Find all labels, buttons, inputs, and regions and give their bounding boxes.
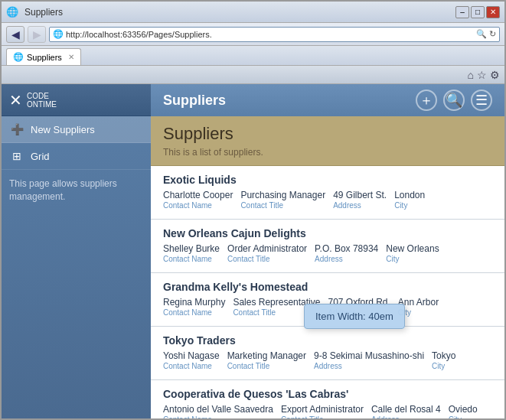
field-city-1: New Orleans City [386,243,439,263]
field-contact-title-3: Marketing Manager Contact Title [227,350,306,370]
url-text: http://localhost:63356/Pages/Suppliers. [66,30,474,39]
address-value-3: 9-8 Sekimai Musashino-shi [314,350,424,361]
content-area: Suppliers This is a list of suppliers. E… [151,116,504,418]
contact-name-value-1: Shelley Burke [163,243,220,254]
active-tab[interactable]: 🌐 Suppliers ✕ [6,48,81,65]
address-label-0: Address [333,201,387,210]
main-page-title: Suppliers [163,93,226,109]
maximize-button[interactable]: □ [471,6,485,18]
contact-title-value-4: Export Administrator [281,404,364,415]
field-city-0: London City [394,190,425,210]
sidebar-grid-label: Grid [31,151,50,162]
city-value-4: Oviedo [449,404,478,415]
settings-icon[interactable]: ⚙ [490,69,500,81]
refresh-button[interactable]: ↻ [489,29,496,39]
sidebar-header: ✕ CODE ONTIME [2,84,151,116]
field-contact-title-1: Order Administrator Contact Title [227,243,307,263]
sidebar-item-grid[interactable]: ⊞ Grid [2,143,151,170]
contact-title-label-0: Contact Title [240,201,325,210]
minimize-button[interactable]: – [455,6,469,18]
city-label-4: City [449,415,478,418]
contact-title-label-1: Contact Title [227,255,307,263]
contact-title-value-1: Order Administrator [227,243,307,254]
browser-toolbar: ⌂ ☆ ⚙ [2,66,504,84]
supplier-item-4: Cooperativa de Quesos 'Las Cabras' Anton… [151,380,504,418]
field-contact-name-2: Regina Murphy Contact Name [163,297,225,317]
field-contact-title-0: Purchasing Manager Contact Title [240,190,325,210]
city-label-0: City [394,201,425,210]
url-favicon: 🌐 [53,29,64,39]
supplier-item-1: New Orleans Cajun Delights Shelley Burke… [151,220,504,273]
grid-icon: ⊞ [9,150,24,162]
logo: CODE ONTIME [27,92,57,109]
supplier-name-4: Cooperativa de Quesos 'Las Cabras' [163,388,492,400]
item-width-tooltip: Item Width: 40em [304,304,405,329]
url-search-icon[interactable]: 🔍 [476,29,487,39]
suppliers-header: Suppliers This is a list of suppliers. [151,116,504,166]
supplier-fields-0: Charlotte Cooper Contact Name Purchasing… [163,190,492,210]
field-city-4: Oviedo City [449,404,478,418]
tab-bar: 🌐 Suppliers ✕ [2,46,504,66]
supplier-name-2: Grandma Kelly's Homestead [163,281,492,293]
browser-window: 🌐 Suppliers – □ ✕ ◀ ▶ 🌐 http://localhost… [0,0,506,420]
browser-title: Suppliers [24,7,63,18]
field-contact-name-0: Charlotte Cooper Contact Name [163,190,233,210]
supplier-item-0: Exotic Liquids Charlotte Cooper Contact … [151,166,504,220]
contact-name-label-4: Contact Name [163,415,273,418]
contact-title-value-3: Marketing Manager [227,350,306,361]
tab-label: Suppliers [27,53,62,62]
title-bar: 🌐 Suppliers – □ ✕ [2,2,504,23]
close-button[interactable]: ✕ [486,6,500,18]
field-city-3: Tokyo City [432,350,455,370]
address-label-1: Address [315,255,378,263]
field-contact-name-3: Yoshi Nagase Contact Name [163,350,220,370]
back-button[interactable]: ◀ [6,26,24,43]
address-label-4: Address [371,415,441,418]
supplier-name-1: New Orleans Cajun Delights [163,227,492,239]
menu-tool-button[interactable]: ☰ [471,90,492,111]
contact-name-value-0: Charlotte Cooper [163,190,233,200]
new-suppliers-icon: ➕ [9,123,24,135]
logo-icon: ✕ [9,91,22,109]
sidebar-item-new-suppliers[interactable]: ➕ New Suppliers [2,116,151,143]
search-tool-button[interactable]: 🔍 [443,90,465,111]
supplier-fields-4: Antonio del Valle Saavedra Contact Name … [163,404,492,418]
sidebar-new-suppliers-label: New Suppliers [31,124,95,135]
forward-button[interactable]: ▶ [28,26,46,43]
supplier-item-3: Tokyo Traders Yoshi Nagase Contact Name … [151,327,504,380]
supplier-name-0: Exotic Liquids [163,174,492,186]
add-tool-button[interactable]: ＋ [416,90,437,111]
sidebar-description: This page allows suppliers management. [2,170,151,211]
url-bar[interactable]: 🌐 http://localhost:63356/Pages/Suppliers… [49,27,500,42]
favorites-icon[interactable]: ☆ [477,69,487,81]
address-value-0: 49 Gilbert St. [333,190,387,200]
sidebar: ✕ CODE ONTIME ➕ New Suppliers ⊞ Grid Thi… [2,84,151,418]
field-address-0: 49 Gilbert St. Address [333,190,387,210]
contact-name-label-2: Contact Name [163,308,225,317]
home-icon[interactable]: ⌂ [468,69,474,81]
address-bar: ◀ ▶ 🌐 http://localhost:63356/Pages/Suppl… [2,23,504,46]
content-scroll[interactable]: Suppliers This is a list of suppliers. E… [151,116,504,418]
app-layout: ✕ CODE ONTIME ➕ New Suppliers ⊞ Grid Thi… [2,84,504,418]
field-contact-name-4: Antonio del Valle Saavedra Contact Name [163,404,273,418]
title-bar-controls: – □ ✕ [455,6,500,18]
contact-name-label-3: Contact Name [163,362,220,370]
contact-name-label-1: Contact Name [163,255,220,263]
city-value-3: Tokyo [432,350,455,361]
contact-title-label-3: Contact Title [227,362,306,370]
header-tools: ＋ 🔍 ☰ [416,90,492,111]
address-value-4: Calle del Rosal 4 [371,404,441,415]
title-bar-left: 🌐 Suppliers [6,6,63,18]
contact-name-value-4: Antonio del Valle Saavedra [163,404,273,415]
field-address-4: Calle del Rosal 4 Address [371,404,441,418]
supplier-fields-3: Yoshi Nagase Contact Name Marketing Mana… [163,350,492,370]
contact-title-label-4: Contact Title [281,415,364,418]
address-label-3: Address [314,362,424,370]
contact-title-value-0: Purchasing Manager [240,190,325,200]
suppliers-page-title: Suppliers [163,124,492,144]
field-address-3: 9-8 Sekimai Musashino-shi Address [314,350,424,370]
tab-close-button[interactable]: ✕ [68,53,74,61]
address-value-1: P.O. Box 78934 [315,243,378,254]
tab-favicon: 🌐 [13,52,24,62]
city-value-1: New Orleans [386,243,439,254]
